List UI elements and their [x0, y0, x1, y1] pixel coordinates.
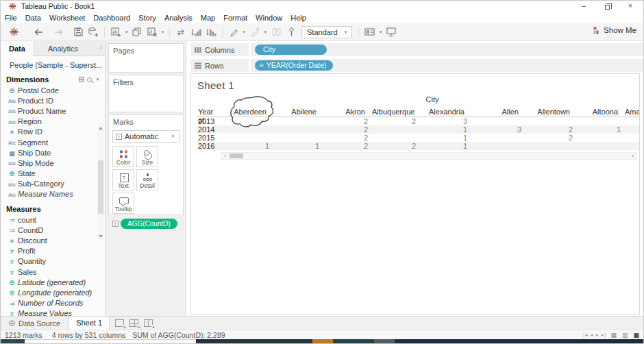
dimension-item[interactable]: Sub-Category [1, 179, 105, 189]
horizontal-scrollbar[interactable]: ‹ › [221, 152, 637, 160]
year-row-header[interactable]: 2016 [197, 142, 227, 150]
marks-button[interactable]: Size [136, 146, 158, 167]
table-cell[interactable] [372, 125, 420, 134]
hscroll-thumb[interactable] [230, 153, 243, 158]
table-cell[interactable] [227, 125, 273, 134]
menu-item[interactable]: Dashboard [89, 13, 134, 23]
columns-shelf-area[interactable]: City [251, 43, 644, 56]
menu-item[interactable]: Data [21, 13, 45, 23]
dimension-item[interactable]: Product ID [1, 95, 105, 106]
table-cell[interactable] [471, 134, 525, 142]
highlight-caret[interactable]: ▾ [241, 29, 247, 35]
show-hide-cards-caret[interactable]: ▾ [377, 29, 384, 35]
table-cell[interactable]: 3 [420, 117, 471, 125]
table-cell[interactable] [625, 134, 640, 142]
city-column-header[interactable]: Abilene [273, 108, 323, 117]
show-tabs-icon[interactable]: ■ [633, 332, 641, 339]
marks-button[interactable]: Text [112, 169, 134, 191]
year-row-header[interactable]: 2014 [197, 125, 227, 134]
table-cell[interactable]: 3 [471, 125, 525, 134]
city-column-header[interactable]: Alexandria [420, 108, 471, 117]
table-cell[interactable]: 1 [273, 142, 323, 150]
new-worksheet-tab-button[interactable] [115, 319, 124, 327]
table-cell[interactable]: 2 [525, 125, 577, 134]
scroll-down-icon[interactable] [99, 235, 103, 238]
measure-item[interactable]: Longitude (generated) [1, 287, 105, 297]
table-cell[interactable] [625, 117, 640, 125]
dimension-item[interactable]: Segment [1, 137, 105, 147]
city-column-header[interactable]: Allen [471, 108, 525, 117]
fix-axes-button[interactable] [284, 25, 299, 40]
table-cell[interactable] [625, 142, 640, 150]
marks-button[interactable]: Color [112, 146, 134, 167]
marks-button[interactable]: Detail [136, 169, 158, 191]
table-cell[interactable]: 1 [420, 134, 471, 142]
menu-item[interactable]: Help [286, 13, 310, 23]
table-cell[interactable]: 1 [577, 125, 625, 134]
city-column-header[interactable]: Akron [323, 108, 372, 117]
menu-item[interactable]: File [1, 13, 21, 23]
table-cell[interactable] [372, 134, 420, 142]
table-cell[interactable]: 2 [372, 117, 420, 125]
menu-item[interactable]: Analysis [160, 13, 197, 23]
dimension-item[interactable]: Product Name [1, 106, 105, 116]
sort-ascending-button[interactable] [188, 25, 203, 40]
scroll-right-icon[interactable]: › [629, 153, 636, 159]
table-cell[interactable]: 1 [420, 125, 471, 134]
table-cell[interactable] [471, 117, 525, 125]
new-story-tab-button[interactable] [144, 319, 153, 327]
scroll-left-icon[interactable]: ‹ [221, 153, 229, 159]
scrollbar-thumb[interactable] [98, 160, 103, 214]
dimension-item[interactable]: Postal Code [1, 85, 105, 95]
table-cell[interactable] [273, 134, 323, 142]
sort-descending-button[interactable] [203, 25, 219, 40]
group-members-button[interactable] [247, 25, 262, 40]
fit-selector[interactable]: Standard ▾ [301, 26, 352, 38]
year-row-header[interactable]: 2013 [197, 117, 227, 125]
agg-countd-pill[interactable]: AGG(CountD) [121, 219, 177, 229]
table-cell[interactable]: 2 [323, 117, 372, 125]
new-worksheet-caret[interactable]: ▾ [123, 29, 129, 35]
city-column-header[interactable]: Altoona [577, 108, 625, 117]
new-dashboard-tab-button[interactable] [129, 319, 138, 327]
swap-rows-columns-button[interactable]: ⇄ [173, 27, 188, 37]
dimension-item[interactable]: Ship Date [1, 147, 105, 158]
mark-type-dropdown[interactable]: T Automatic ▾ [112, 130, 179, 143]
table-cell[interactable] [471, 142, 525, 150]
measure-item[interactable]: count [1, 214, 105, 225]
close-button[interactable]: × [623, 1, 638, 11]
minimize-button[interactable]: – [576, 1, 591, 11]
new-data-source-button[interactable] [86, 25, 101, 40]
undo-button[interactable] [31, 25, 46, 40]
measure-item[interactable]: Number of Records [1, 298, 105, 308]
tab-data[interactable]: Data [1, 41, 34, 56]
city-column-header[interactable]: Albuquerque [372, 108, 420, 117]
dimension-item[interactable]: Measure Names [1, 189, 105, 199]
measure-item[interactable]: Discount [1, 235, 105, 245]
new-worksheet-button[interactable] [108, 25, 123, 40]
show-me-button[interactable]: Show Me [593, 26, 636, 34]
table-cell[interactable]: 2 [323, 142, 372, 150]
sheet-sorter-icon[interactable]: ▦ [610, 332, 618, 339]
filters-shelf[interactable]: Filters [108, 75, 184, 112]
sheet-title[interactable]: Sheet 1 [197, 79, 234, 91]
sheet-navigation-icons[interactable]: |◂ ◂ ▸ ▸| [583, 332, 606, 338]
menu-item[interactable]: Window [251, 13, 286, 23]
show-mark-labels-button[interactable] [269, 25, 284, 40]
find-field-icon[interactable] [87, 77, 92, 82]
dimension-item[interactable]: State [1, 169, 105, 179]
table-cell[interactable]: 2 [525, 134, 577, 142]
menu-item[interactable]: Map [197, 13, 219, 23]
table-cell[interactable] [525, 117, 577, 125]
clear-sheet-caret[interactable]: ▾ [160, 29, 166, 35]
datasource-item[interactable]: People (Sample - Superst... [1, 56, 105, 73]
measure-item[interactable]: Profit [1, 246, 105, 256]
dimension-item[interactable]: Row ID [1, 127, 105, 137]
column-axis-title[interactable]: City [227, 95, 637, 103]
table-cell[interactable]: 2 [372, 142, 420, 150]
measure-item[interactable]: Sales [1, 267, 105, 277]
table-cell[interactable]: 1 [227, 142, 273, 150]
hierarchy-collapse-icon[interactable]: ⊟ [259, 60, 264, 71]
marks-button[interactable]: Tooltip [112, 193, 134, 214]
filmstrip-icon[interactable]: ▥ [622, 332, 630, 339]
